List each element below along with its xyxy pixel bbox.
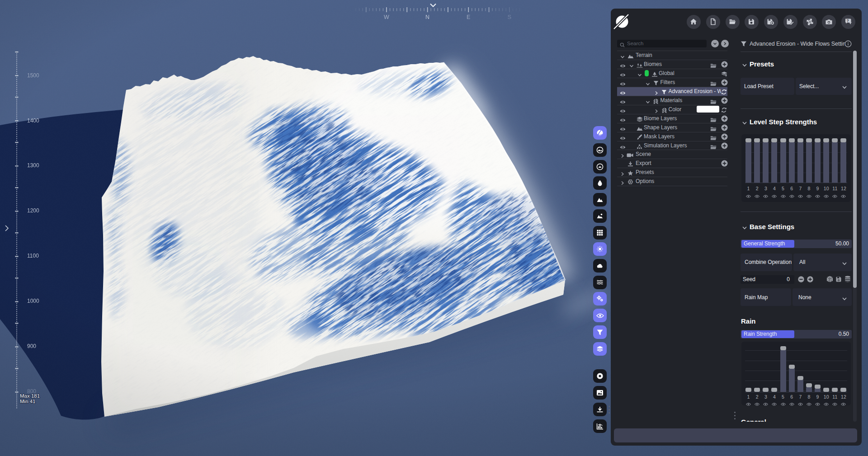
svg-text:900: 900: [27, 343, 36, 349]
svg-text:S: S: [508, 14, 511, 20]
svg-text:Max 181: Max 181: [20, 393, 40, 399]
svg-text:E: E: [467, 14, 470, 20]
svg-text:1000: 1000: [27, 298, 39, 304]
svg-text:1500: 1500: [27, 72, 39, 79]
svg-text:1400: 1400: [27, 118, 39, 124]
svg-text:1300: 1300: [27, 162, 39, 169]
svg-text:1100: 1100: [27, 253, 39, 259]
svg-text:1200: 1200: [27, 207, 39, 214]
svg-text:W: W: [384, 14, 389, 20]
svg-text:Min 41: Min 41: [20, 399, 36, 404]
svg-text:N: N: [425, 14, 429, 20]
